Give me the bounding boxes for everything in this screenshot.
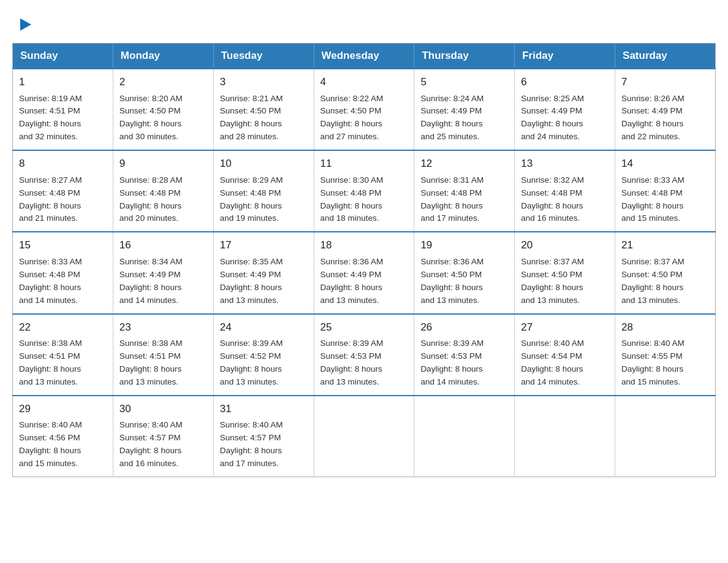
calendar-cell: 5Sunrise: 8:24 AMSunset: 4:49 PMDaylight…: [414, 69, 515, 150]
calendar-cell: 25Sunrise: 8:39 AMSunset: 4:53 PMDayligh…: [314, 314, 414, 396]
day-number: 18: [320, 237, 408, 253]
calendar-cell: 17Sunrise: 8:35 AMSunset: 4:49 PMDayligh…: [213, 232, 314, 313]
day-of-week-saturday: Saturday: [615, 44, 716, 69]
day-number: 3: [220, 74, 308, 90]
day-info: Sunrise: 8:36 AMSunset: 4:49 PMDaylight:…: [320, 256, 408, 307]
day-number: 17: [220, 237, 308, 253]
day-number: 2: [119, 74, 207, 90]
day-number: 8: [19, 156, 107, 172]
day-info: Sunrise: 8:39 AMSunset: 4:53 PMDaylight:…: [420, 337, 508, 389]
day-info: Sunrise: 8:35 AMSunset: 4:49 PMDaylight:…: [220, 256, 308, 307]
calendar-week-2: 8Sunrise: 8:27 AMSunset: 4:48 PMDaylight…: [13, 150, 716, 232]
logo: [18, 18, 31, 31]
day-info: Sunrise: 8:28 AMSunset: 4:48 PMDaylight:…: [119, 174, 207, 226]
day-info: Sunrise: 8:37 AMSunset: 4:50 PMDaylight:…: [621, 256, 709, 307]
day-number: 14: [621, 156, 709, 172]
day-info: Sunrise: 8:20 AMSunset: 4:50 PMDaylight:…: [119, 93, 207, 144]
day-info: Sunrise: 8:31 AMSunset: 4:48 PMDaylight:…: [420, 174, 508, 226]
day-info: Sunrise: 8:24 AMSunset: 4:49 PMDaylight:…: [420, 93, 508, 144]
calendar-cell: 24Sunrise: 8:39 AMSunset: 4:52 PMDayligh…: [213, 314, 314, 396]
page-header: [12, 12, 716, 31]
calendar-cell: 12Sunrise: 8:31 AMSunset: 4:48 PMDayligh…: [414, 150, 515, 232]
day-number: 15: [19, 237, 107, 253]
day-info: Sunrise: 8:40 AMSunset: 4:57 PMDaylight:…: [119, 419, 207, 470]
logo-arrow-icon: [20, 18, 31, 31]
day-info: Sunrise: 8:33 AMSunset: 4:48 PMDaylight:…: [19, 256, 107, 307]
day-info: Sunrise: 8:27 AMSunset: 4:48 PMDaylight:…: [19, 174, 107, 226]
day-info: Sunrise: 8:33 AMSunset: 4:48 PMDaylight:…: [621, 174, 709, 226]
day-info: Sunrise: 8:40 AMSunset: 4:55 PMDaylight:…: [621, 337, 709, 389]
calendar-cell: 19Sunrise: 8:36 AMSunset: 4:50 PMDayligh…: [414, 232, 515, 313]
day-number: 31: [220, 401, 308, 417]
days-of-week-row: SundayMondayTuesdayWednesdayThursdayFrid…: [13, 44, 716, 69]
day-info: Sunrise: 8:40 AMSunset: 4:56 PMDaylight:…: [19, 419, 107, 470]
day-number: 7: [621, 74, 709, 90]
day-info: Sunrise: 8:39 AMSunset: 4:52 PMDaylight:…: [220, 337, 308, 389]
day-number: 1: [19, 74, 107, 90]
day-number: 12: [420, 156, 508, 172]
calendar-cell: 31Sunrise: 8:40 AMSunset: 4:57 PMDayligh…: [213, 396, 314, 477]
calendar-cell: 22Sunrise: 8:38 AMSunset: 4:51 PMDayligh…: [13, 314, 113, 396]
calendar-cell: 10Sunrise: 8:29 AMSunset: 4:48 PMDayligh…: [213, 150, 314, 232]
calendar-week-5: 29Sunrise: 8:40 AMSunset: 4:56 PMDayligh…: [13, 396, 716, 477]
calendar-cell: 21Sunrise: 8:37 AMSunset: 4:50 PMDayligh…: [615, 232, 716, 313]
day-number: 22: [19, 320, 107, 335]
calendar-cell: 8Sunrise: 8:27 AMSunset: 4:48 PMDaylight…: [13, 150, 113, 232]
day-info: Sunrise: 8:36 AMSunset: 4:50 PMDaylight:…: [420, 256, 508, 307]
day-info: Sunrise: 8:38 AMSunset: 4:51 PMDaylight:…: [119, 337, 207, 389]
calendar-cell: 16Sunrise: 8:34 AMSunset: 4:49 PMDayligh…: [113, 232, 213, 313]
calendar-cell: 2Sunrise: 8:20 AMSunset: 4:50 PMDaylight…: [113, 69, 213, 150]
calendar-cell: 23Sunrise: 8:38 AMSunset: 4:51 PMDayligh…: [113, 314, 213, 396]
calendar-cell: 6Sunrise: 8:25 AMSunset: 4:49 PMDaylight…: [515, 69, 615, 150]
day-number: 4: [320, 74, 408, 90]
calendar-cell: 13Sunrise: 8:32 AMSunset: 4:48 PMDayligh…: [515, 150, 615, 232]
day-info: Sunrise: 8:19 AMSunset: 4:51 PMDaylight:…: [19, 93, 107, 144]
day-number: 9: [119, 156, 207, 172]
calendar-cell: 14Sunrise: 8:33 AMSunset: 4:48 PMDayligh…: [615, 150, 716, 232]
day-of-week-thursday: Thursday: [414, 44, 515, 69]
calendar-week-1: 1Sunrise: 8:19 AMSunset: 4:51 PMDaylight…: [13, 69, 716, 150]
day-of-week-sunday: Sunday: [13, 44, 113, 69]
calendar-cell: [515, 396, 615, 477]
day-number: 6: [521, 74, 609, 90]
calendar-cell: 20Sunrise: 8:37 AMSunset: 4:50 PMDayligh…: [515, 232, 615, 313]
calendar-cell: [615, 396, 716, 477]
calendar-body: 1Sunrise: 8:19 AMSunset: 4:51 PMDaylight…: [13, 69, 716, 477]
day-info: Sunrise: 8:39 AMSunset: 4:53 PMDaylight:…: [320, 337, 408, 389]
day-of-week-wednesday: Wednesday: [314, 44, 414, 69]
calendar-cell: 27Sunrise: 8:40 AMSunset: 4:54 PMDayligh…: [515, 314, 615, 396]
calendar-cell: 29Sunrise: 8:40 AMSunset: 4:56 PMDayligh…: [13, 396, 113, 477]
calendar-cell: [414, 396, 515, 477]
day-info: Sunrise: 8:22 AMSunset: 4:50 PMDaylight:…: [320, 93, 408, 144]
day-number: 19: [420, 237, 508, 253]
day-info: Sunrise: 8:38 AMSunset: 4:51 PMDaylight:…: [19, 337, 107, 389]
calendar-cell: 30Sunrise: 8:40 AMSunset: 4:57 PMDayligh…: [113, 396, 213, 477]
day-number: 29: [19, 401, 107, 417]
day-info: Sunrise: 8:40 AMSunset: 4:54 PMDaylight:…: [521, 337, 609, 389]
calendar-cell: 26Sunrise: 8:39 AMSunset: 4:53 PMDayligh…: [414, 314, 515, 396]
day-of-week-monday: Monday: [113, 44, 213, 69]
calendar-cell: 1Sunrise: 8:19 AMSunset: 4:51 PMDaylight…: [13, 69, 113, 150]
day-number: 20: [521, 237, 609, 253]
calendar-cell: 7Sunrise: 8:26 AMSunset: 4:49 PMDaylight…: [615, 69, 716, 150]
day-number: 23: [119, 320, 207, 335]
calendar-table: SundayMondayTuesdayWednesdayThursdayFrid…: [12, 43, 716, 477]
day-number: 13: [521, 156, 609, 172]
day-number: 24: [220, 320, 308, 335]
day-of-week-friday: Friday: [515, 44, 615, 69]
day-info: Sunrise: 8:25 AMSunset: 4:49 PMDaylight:…: [521, 93, 609, 144]
day-info: Sunrise: 8:29 AMSunset: 4:48 PMDaylight:…: [220, 174, 308, 226]
day-number: 16: [119, 237, 207, 253]
day-number: 11: [320, 156, 408, 172]
day-number: 30: [119, 401, 207, 417]
calendar-cell: 28Sunrise: 8:40 AMSunset: 4:55 PMDayligh…: [615, 314, 716, 396]
day-info: Sunrise: 8:40 AMSunset: 4:57 PMDaylight:…: [220, 419, 308, 470]
day-info: Sunrise: 8:30 AMSunset: 4:48 PMDaylight:…: [320, 174, 408, 226]
day-info: Sunrise: 8:26 AMSunset: 4:49 PMDaylight:…: [621, 93, 709, 144]
day-number: 27: [521, 320, 609, 335]
day-number: 28: [621, 320, 709, 335]
day-number: 26: [420, 320, 508, 335]
calendar-cell: 15Sunrise: 8:33 AMSunset: 4:48 PMDayligh…: [13, 232, 113, 313]
svg-marker-0: [20, 18, 31, 31]
calendar-week-4: 22Sunrise: 8:38 AMSunset: 4:51 PMDayligh…: [13, 314, 716, 396]
